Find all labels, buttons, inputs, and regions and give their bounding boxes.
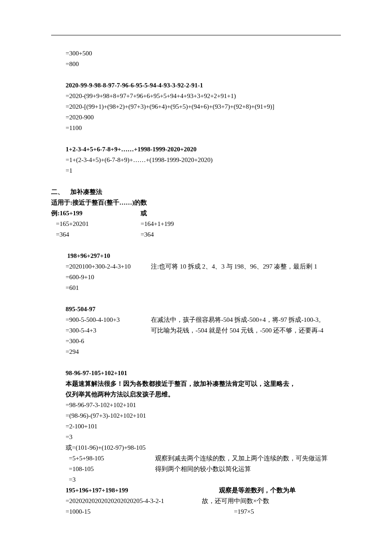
calc-line: =1 [51, 165, 341, 176]
calc-note: 故，还可用中间数×个数 [202, 496, 269, 506]
example-left-label: 例:165+199 [51, 208, 141, 219]
problem-expression: 895-504-97 [51, 304, 341, 315]
example-left-step: =364 [51, 229, 141, 240]
calc-line: =2020-900 [51, 112, 341, 123]
problem-observation: 观察是等差数列，个数为单 [219, 485, 296, 496]
calc-left: =900-5-500-4-100+3 [66, 315, 151, 325]
calc-row: =900-5-500-4-100+3 在减法中，孩子很容易将-504 拆成-50… [51, 315, 341, 325]
calc-line: =300+500 [51, 48, 341, 59]
calc-line: =600-9+10 [51, 272, 341, 283]
calc-row: =108-105 得到两个相同的较小数以简化运算 [51, 464, 341, 474]
calc-line: =800 [51, 59, 341, 69]
section-usage: 适用于:接近于整百(整千……)的数 [51, 197, 341, 208]
calc-note: 观察到减去两个连续的数，又加上两个连续的数，可先做运算 [155, 453, 328, 464]
example-row: =364 =364 [51, 229, 341, 240]
calc-left: =5+5+98-105 [66, 453, 155, 464]
spacer [51, 176, 341, 187]
calc-left: =1000-15 [66, 506, 234, 517]
calc-left: =300-5-4+3 [66, 325, 151, 336]
problem-expression: 195+196+197+198+199 [66, 485, 219, 496]
problem-note: 本题速算解法很多！因为各数都接近于整百，故加补凑整法肯定可以，这里略去， [51, 379, 341, 389]
calc-line: =601 [51, 283, 341, 293]
calc-line: =1100 [51, 123, 341, 133]
example-row: =165+20201 =164+1+199 [51, 219, 341, 229]
calc-alt-line: 或=(101-96)+(102-97)+98-105 [51, 442, 341, 453]
calc-line: =3 [51, 474, 341, 485]
problem-expression: 198+96+297+10 [51, 251, 341, 261]
calc-right: =197×5 [234, 506, 254, 517]
calc-left: =108-105 [66, 464, 155, 474]
spacer [51, 69, 341, 80]
calc-line: =2-100+101 [51, 421, 341, 432]
example-right-step: =364 [141, 229, 154, 240]
example-left-step: =165+20201 [51, 219, 141, 229]
calc-left: =20202020202020202020205-4-3-2-1 [66, 496, 202, 506]
calc-note: 可比喻为花钱，-504 就是付 504 元钱，-500 还不够，还要再-4 [151, 325, 323, 336]
problem-expression: 1+2-3-4+5+6-7-8+9+……+1998-1999-2020+2020 [51, 144, 341, 155]
calc-note: 注:也可将 10 拆成 2、4、3 与 198、96、297 凑整，最后剩 1 [151, 261, 317, 272]
calc-line: =1+(2-3-4+5)+(6-7-8+9)+……+(1998-1999-202… [51, 155, 341, 165]
calc-row: =5+5+98-105 观察到减去两个连续的数，又加上两个连续的数，可先做运算 [51, 453, 341, 464]
calc-row: =20202020202020202020205-4-3-2-1 故，还可用中间… [51, 496, 341, 506]
calc-line: =300-6 [51, 336, 341, 347]
document-page: =300+500 =800 2020-99-9-98-8-97-7-96-6-9… [0, 0, 392, 555]
page-top-rule [51, 35, 341, 35]
calc-left: =2020100+300-2-4-3+10 [66, 261, 151, 272]
example-right-step: =164+1+199 [141, 219, 174, 229]
example-right-label: 或 [141, 208, 147, 219]
spacer [51, 293, 341, 304]
calc-line: =98-96-97-3-102+102+101 [51, 400, 341, 410]
problem-expression: 98-96-97-105+102+101 [51, 368, 341, 379]
section-heading: 二、 加补凑整法 [51, 187, 341, 197]
calc-line: =3 [51, 432, 341, 442]
spacer [51, 357, 341, 368]
problem-header-row: 195+196+197+198+199 观察是等差数列，个数为单 [51, 485, 341, 496]
calc-row: =1000-15 =197×5 [51, 506, 341, 517]
calc-note: 得到两个相同的较小数以简化运算 [155, 464, 251, 474]
spacer [51, 133, 341, 144]
example-header-row: 例:165+199 或 [51, 208, 341, 219]
calc-note: 在减法中，孩子很容易将-504 拆成-500+4，将-97 拆成-100-3。 [151, 315, 325, 325]
spacer [51, 240, 341, 251]
calc-line: =(98-96)-(97+3)-102+102+101 [51, 410, 341, 421]
calc-line: =2020-[(99+1)+(98+2)+(97+3)+(96+4)+(95+5… [51, 101, 341, 112]
calc-row: =2020100+300-2-4-3+10 注:也可将 10 拆成 2、4、3 … [51, 261, 341, 272]
problem-expression: 2020-99-9-98-8-97-7-96-6-95-5-94-4-93-3-… [51, 80, 341, 91]
problem-note: 仅列举其他两种方法以启发孩子思维。 [51, 389, 341, 400]
calc-line: =2020-(99+9+98+8+97+7+96+6+95+5+94+4+93+… [51, 91, 341, 101]
calc-row: =300-5-4+3 可比喻为花钱，-504 就是付 504 元钱，-500 还… [51, 325, 341, 336]
calc-line: =294 [51, 347, 341, 357]
